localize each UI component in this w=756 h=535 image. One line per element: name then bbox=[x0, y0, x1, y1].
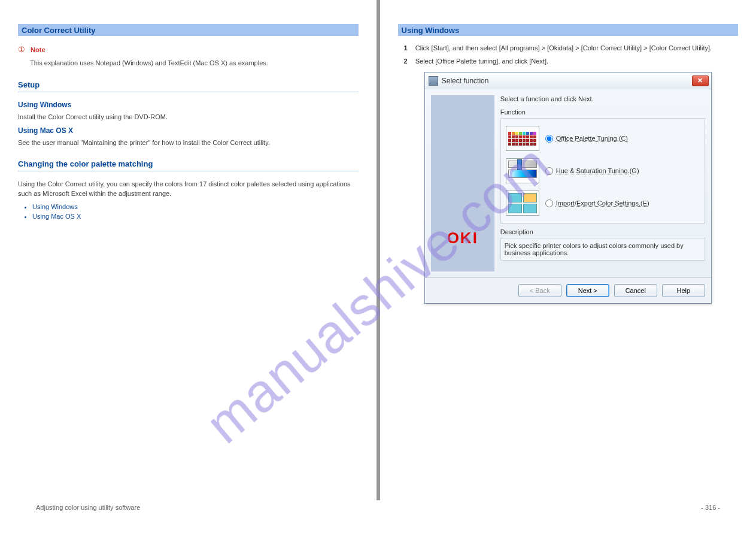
dialog-titlebar: Select function ✕ bbox=[425, 72, 711, 89]
setup-mac-body: See the user manual "Maintaining the pri… bbox=[18, 138, 359, 147]
footer-left: Adjusting color using utility software bbox=[36, 504, 140, 511]
impexp-label[interactable]: Import/Export Color Settings.(E) bbox=[556, 200, 649, 207]
dialog-right-pane: Select a function and click Next. Functi… bbox=[500, 95, 705, 271]
function-group-label: Function bbox=[500, 108, 705, 116]
setup-windows-body: Install the Color Correct utility using … bbox=[18, 113, 359, 122]
page-footer: Adjusting color using utility software -… bbox=[0, 500, 756, 515]
option-office-row: Office Palette Tuning.(C) bbox=[505, 122, 701, 155]
func-list: Using Windows Using Mac OS X bbox=[32, 203, 359, 220]
dialog-intro: Select a function and click Next. bbox=[500, 95, 705, 102]
dialog-title: Select function bbox=[442, 77, 692, 85]
step-2: 2 Select [Office Palette tuning], and cl… bbox=[404, 58, 739, 65]
step-1-num: 1 bbox=[404, 44, 408, 52]
impexp-radio[interactable] bbox=[545, 200, 553, 207]
ccpm-body: Using the Color Correct utility, you can… bbox=[18, 180, 359, 198]
office-thumb-icon bbox=[506, 126, 539, 151]
close-icon[interactable]: ✕ bbox=[692, 75, 709, 86]
hue-thumb-icon bbox=[506, 158, 539, 183]
footer-page: - 316 - bbox=[701, 504, 720, 511]
step-2-num: 2 bbox=[404, 58, 408, 65]
setup-heading: Setup bbox=[18, 80, 359, 92]
office-label[interactable]: Office Palette Tuning.(C) bbox=[556, 135, 628, 142]
description-text: Pick specific printer colors to adjust c… bbox=[500, 238, 705, 261]
dialog-buttons: < Back Next > Cancel Help bbox=[425, 277, 711, 303]
ccpm-heading: Changing the color palette matching bbox=[18, 159, 359, 171]
left-column: Color Correct Utility ① Note This explan… bbox=[0, 0, 377, 500]
back-button[interactable]: < Back bbox=[518, 284, 561, 297]
dialog-body: OKI Select a function and click Next. Fu… bbox=[425, 89, 711, 277]
setup-windows-h: Using Windows bbox=[18, 101, 359, 109]
note-body: This explanation uses Notepad (Windows) … bbox=[30, 59, 359, 68]
oki-logo: OKI bbox=[447, 229, 478, 271]
func-link-windows[interactable]: Using Windows bbox=[32, 203, 359, 210]
note-label: Note bbox=[31, 46, 45, 53]
windows-section-title: Using Windows bbox=[402, 26, 460, 35]
func-link-macos[interactable]: Using Mac OS X bbox=[32, 213, 359, 220]
select-function-dialog: Select function ✕ OKI Select a function … bbox=[424, 72, 712, 304]
hue-label[interactable]: Hue & Saturation Tuning.(G) bbox=[556, 167, 639, 174]
function-group: Office Palette Tuning.(C) Hue & Saturati… bbox=[500, 118, 705, 223]
option-impexp-row: Import/Export Color Settings.(E) bbox=[505, 187, 701, 219]
setup-mac-h: Using Mac OS X bbox=[18, 126, 359, 135]
step-2-text: Select [Office Palette tuning], and clic… bbox=[415, 58, 548, 65]
windows-section-bar: Using Windows bbox=[398, 24, 739, 36]
dialog-sidebar-image: OKI bbox=[431, 95, 494, 271]
note-icon: ① bbox=[18, 45, 25, 54]
right-column: Using Windows 1 Click [Start], and then … bbox=[380, 0, 757, 500]
hue-radio[interactable] bbox=[545, 167, 553, 175]
setup-h: Setup bbox=[18, 80, 40, 89]
office-radio[interactable] bbox=[545, 135, 553, 143]
step-1: 1 Click [Start], and then select [All pr… bbox=[404, 44, 739, 52]
utility-title-bar: Color Correct Utility bbox=[18, 24, 359, 36]
step-1-text: Click [Start], and then select [All prog… bbox=[415, 44, 712, 52]
next-button[interactable]: Next > bbox=[566, 284, 609, 297]
note-row: ① Note bbox=[18, 44, 359, 55]
ccpm-h: Changing the color palette matching bbox=[18, 159, 153, 168]
help-button[interactable]: Help bbox=[662, 284, 705, 297]
step-list: 1 Click [Start], and then select [All pr… bbox=[404, 44, 739, 65]
description-label: Description bbox=[500, 228, 705, 235]
utility-title: Color Correct Utility bbox=[22, 26, 96, 35]
option-hue-row: Hue & Saturation Tuning.(G) bbox=[505, 155, 701, 187]
page: Color Correct Utility ① Note This explan… bbox=[0, 0, 756, 500]
dialog-app-icon bbox=[429, 76, 438, 86]
cancel-button[interactable]: Cancel bbox=[614, 284, 657, 297]
impexp-thumb-icon bbox=[506, 191, 539, 216]
